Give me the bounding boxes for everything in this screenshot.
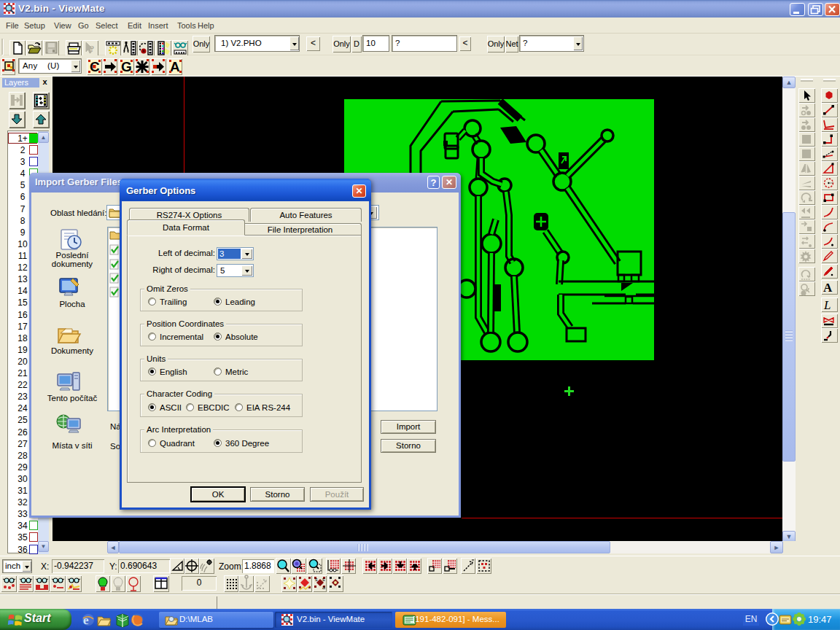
svg-text:A: A <box>823 281 833 295</box>
svg-text:e: e <box>83 613 89 627</box>
svg-text:s: s <box>315 577 318 582</box>
svg-text:?: ? <box>90 43 95 54</box>
svg-text:a: a <box>322 585 325 590</box>
svg-text:A: A <box>170 59 180 74</box>
svg-text:G: G <box>121 59 132 74</box>
svg-text:L: L <box>823 298 831 312</box>
svg-text:s: s <box>322 577 325 582</box>
